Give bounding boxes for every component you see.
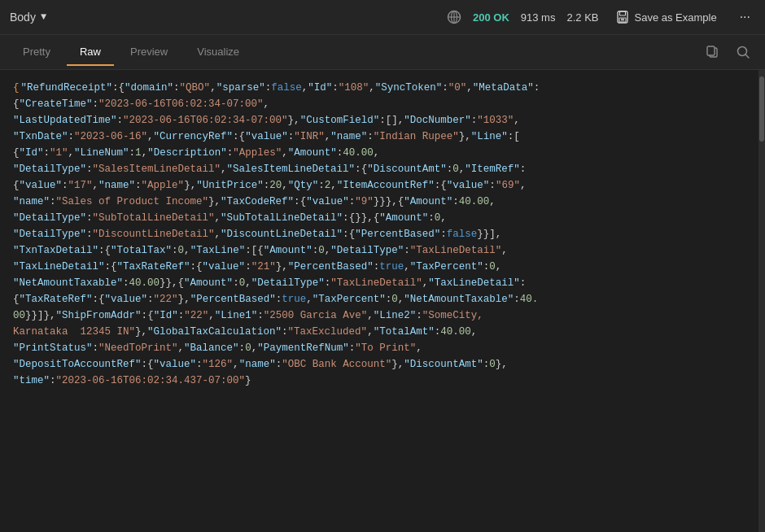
globe-icon <box>447 10 461 24</box>
content-area: {"RefundReceipt":{"domain":"QBO","sparse… <box>0 70 765 532</box>
svg-line-12 <box>745 55 749 58</box>
response-size: 2.2 KB <box>566 11 598 24</box>
toolbar-left: Body ▼ <box>10 11 46 24</box>
save-example-label: Save as Example <box>634 11 716 24</box>
tab-raw[interactable]: Raw <box>67 39 114 66</box>
more-options-button[interactable]: ··· <box>735 7 755 28</box>
tab-pretty[interactable]: Pretty <box>10 39 63 66</box>
tab-visualize[interactable]: Visualize <box>184 39 252 66</box>
scrollbar-thumb[interactable] <box>759 76 764 142</box>
response-time: 913 ms <box>521 11 556 24</box>
svg-rect-5 <box>620 11 626 15</box>
tab-preview[interactable]: Preview <box>117 39 181 66</box>
copy-button[interactable] <box>700 40 724 64</box>
status-code: 200 OK <box>473 11 509 24</box>
json-viewer[interactable]: {"RefundReceipt":{"domain":"QBO","sparse… <box>0 70 758 532</box>
more-options-label: ··· <box>740 10 750 24</box>
save-example-button[interactable]: Save as Example <box>610 7 723 27</box>
scrollbar[interactable] <box>758 70 765 532</box>
toolbar-center: 200 OK 913 ms 2.2 KB Save as Example ··· <box>447 7 755 28</box>
toolbar: Body ▼ 200 OK 913 ms 2.2 KB Save as <box>0 0 765 35</box>
body-label: Body <box>10 11 36 24</box>
tabs-row: Pretty Raw Preview Visualize <box>0 35 765 70</box>
search-button[interactable] <box>731 40 755 64</box>
chevron-down-icon[interactable]: ▼ <box>41 11 46 23</box>
tabs-right-actions <box>700 40 755 64</box>
svg-rect-10 <box>707 46 715 55</box>
